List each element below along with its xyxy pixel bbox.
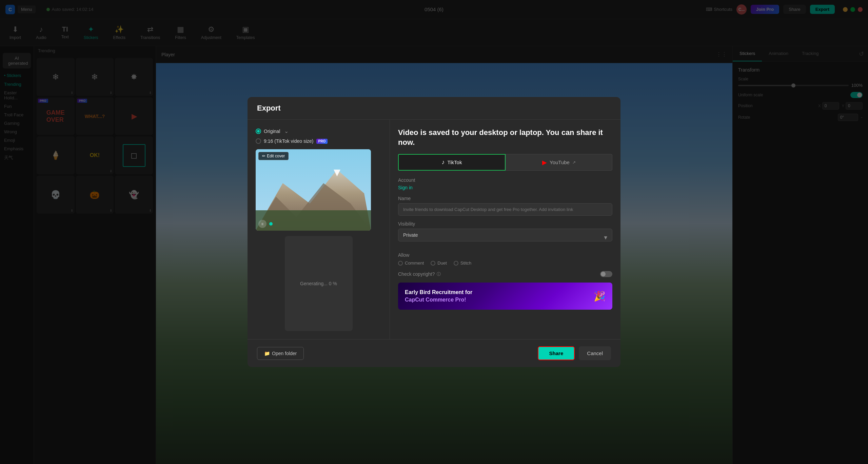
pause-button[interactable]: ⏸: [258, 220, 267, 228]
tiktok-label: TikTok: [448, 159, 462, 165]
promo-subtitle: CapCut Commerce Pro!: [405, 296, 472, 304]
platform-tabs: ♪ TikTok ▶ YouTube ↗: [398, 154, 612, 171]
allow-options: Comment Duet Stitch: [398, 260, 612, 266]
modal-overlay: Export Original ⌄ 9:16 (TikTok video siz…: [0, 0, 868, 464]
copyright-label: Check copyright? ⓘ: [398, 271, 441, 277]
external-link-icon: ↗: [572, 160, 576, 165]
allow-option-duet[interactable]: Duet: [431, 260, 447, 266]
visibility-select[interactable]: Private Public Friends: [398, 229, 612, 241]
edit-icon: ✏: [262, 154, 265, 158]
allow-option-comment[interactable]: Comment: [398, 260, 424, 266]
allow-section: Allow Comment Duet Stitch: [398, 252, 612, 266]
progress-indicator: [269, 222, 273, 226]
folder-icon: 📁: [264, 351, 270, 356]
platform-tab-youtube[interactable]: ▶ YouTube ↗: [506, 154, 612, 171]
visibility-label: Visibility: [398, 221, 612, 227]
modal-header: Export: [248, 97, 620, 120]
modal-left: Original ⌄ 9:16 (TikTok video size) PRO: [248, 120, 390, 339]
generating-preview: Generating... 0 %: [285, 236, 353, 331]
format-label-original: Original: [264, 129, 280, 134]
format-option-original[interactable]: Original ⌄: [256, 128, 381, 134]
export-modal: Export Original ⌄ 9:16 (TikTok video siz…: [248, 97, 620, 367]
name-section: Name: [398, 196, 612, 201]
footer-right-buttons: Share Cancel: [538, 346, 611, 360]
account-label: Account: [398, 177, 612, 183]
toggle-knob: [601, 272, 606, 276]
copyright-toggle[interactable]: [600, 271, 612, 277]
format-radio-tiktok: [256, 138, 261, 144]
video-controls: ⏸: [258, 220, 273, 228]
stitch-checkbox[interactable]: [454, 261, 458, 266]
edit-cover-button[interactable]: ✏ Edit cover: [258, 152, 289, 160]
save-message: Video is saved to your desktop or laptop…: [398, 128, 612, 147]
promo-title: Early Bird Recruitment for: [405, 289, 472, 296]
info-icon: ⓘ: [437, 271, 441, 277]
youtube-label: YouTube: [550, 159, 570, 165]
edit-cover-label: Edit cover: [267, 154, 285, 158]
promo-banner: Early Bird Recruitment for CapCut Commer…: [398, 283, 612, 310]
promo-decoration: 🎉: [594, 291, 606, 302]
generating-text: Generating... 0 %: [300, 281, 337, 286]
tiktok-preview-area: Generating... 0 %: [256, 236, 381, 331]
tiktok-icon: ♪: [442, 159, 445, 166]
account-section: Account Sign in: [398, 177, 612, 190]
cancel-button[interactable]: Cancel: [579, 346, 611, 360]
video-preview: ✏ Edit cover ⏸: [256, 149, 371, 231]
sign-in-link[interactable]: Sign in: [398, 185, 612, 190]
youtube-icon: ▶: [542, 159, 547, 166]
name-label: Name: [398, 196, 612, 201]
modal-body: Original ⌄ 9:16 (TikTok video size) PRO: [248, 120, 620, 339]
duet-checkbox[interactable]: [431, 261, 435, 266]
allow-label: Allow: [398, 252, 612, 258]
format-radio-original: [256, 129, 261, 134]
modal-footer: 📁 Open folder Share Cancel: [248, 339, 620, 367]
video-thumbnail: [256, 149, 371, 231]
pro-badge: PRO: [316, 139, 328, 144]
share-button[interactable]: Share: [538, 346, 575, 360]
format-option-tiktok[interactable]: 9:16 (TikTok video size) PRO: [256, 138, 381, 144]
open-folder-button[interactable]: 📁 Open folder: [257, 347, 304, 360]
modal-title: Export: [257, 104, 281, 113]
comment-checkbox[interactable]: [398, 261, 403, 266]
comment-label: Comment: [405, 260, 424, 266]
stitch-label: Stitch: [460, 260, 472, 266]
modal-right: Video is saved to your desktop or laptop…: [390, 120, 620, 339]
duet-label: Duet: [437, 260, 447, 266]
format-settings-icon: ⌄: [284, 128, 289, 134]
format-label-tiktok: 9:16 (TikTok video size): [264, 138, 314, 144]
allow-option-stitch[interactable]: Stitch: [454, 260, 472, 266]
copyright-section: Check copyright? ⓘ: [398, 271, 612, 277]
platform-tab-tiktok[interactable]: ♪ TikTok: [398, 154, 506, 171]
name-input[interactable]: [398, 203, 612, 216]
svg-rect-3: [256, 210, 371, 231]
